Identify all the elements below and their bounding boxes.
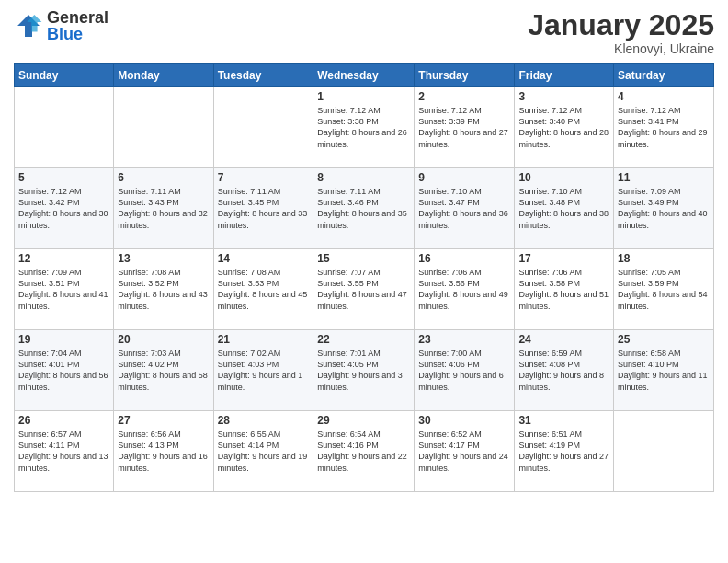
day-number: 28 (218, 414, 310, 427)
day-cell: 18Sunrise: 7:05 AM Sunset: 3:59 PM Dayli… (614, 249, 714, 330)
day-cell: 29Sunrise: 6:54 AM Sunset: 4:16 PM Dayli… (313, 411, 415, 492)
month-title: January 2025 (528, 9, 714, 41)
logo-blue: Blue (47, 26, 108, 42)
day-info: Sunrise: 7:12 AM Sunset: 3:39 PM Dayligh… (418, 105, 510, 150)
location: Klenovyi, Ukraine (528, 41, 714, 56)
day-number: 5 (18, 171, 109, 184)
day-number: 19 (18, 333, 109, 346)
day-cell: 19Sunrise: 7:04 AM Sunset: 4:01 PM Dayli… (15, 330, 114, 411)
day-number: 4 (618, 90, 710, 103)
day-cell: 13Sunrise: 7:08 AM Sunset: 3:52 PM Dayli… (114, 249, 213, 330)
day-info: Sunrise: 7:06 AM Sunset: 3:58 PM Dayligh… (518, 267, 609, 312)
day-cell: 11Sunrise: 7:09 AM Sunset: 3:49 PM Dayli… (614, 168, 714, 249)
day-number: 29 (317, 414, 410, 427)
day-number: 23 (418, 333, 510, 346)
day-cell: 20Sunrise: 7:03 AM Sunset: 4:02 PM Dayli… (114, 330, 213, 411)
col-wednesday: Wednesday (313, 64, 415, 87)
day-cell: 14Sunrise: 7:08 AM Sunset: 3:53 PM Dayli… (213, 249, 313, 330)
day-info: Sunrise: 7:12 AM Sunset: 3:41 PM Dayligh… (618, 105, 710, 150)
day-number: 15 (317, 252, 410, 265)
day-info: Sunrise: 7:11 AM Sunset: 3:45 PM Dayligh… (218, 186, 310, 231)
day-cell: 8Sunrise: 7:11 AM Sunset: 3:46 PM Daylig… (313, 168, 415, 249)
day-cell: 25Sunrise: 6:58 AM Sunset: 4:10 PM Dayli… (614, 330, 714, 411)
calendar: Sunday Monday Tuesday Wednesday Thursday… (14, 63, 714, 492)
day-cell: 12Sunrise: 7:09 AM Sunset: 3:51 PM Dayli… (15, 249, 114, 330)
day-info: Sunrise: 6:51 AM Sunset: 4:19 PM Dayligh… (518, 429, 609, 474)
day-number: 11 (618, 171, 710, 184)
day-number: 17 (518, 252, 609, 265)
day-number: 18 (618, 252, 710, 265)
day-cell (114, 87, 213, 168)
day-info: Sunrise: 7:09 AM Sunset: 3:49 PM Dayligh… (618, 186, 710, 231)
day-cell (213, 87, 313, 168)
day-cell: 15Sunrise: 7:07 AM Sunset: 3:55 PM Dayli… (313, 249, 415, 330)
day-number: 2 (418, 90, 510, 103)
day-info: Sunrise: 7:11 AM Sunset: 3:46 PM Dayligh… (317, 186, 410, 231)
day-cell (15, 87, 114, 168)
day-number: 26 (18, 414, 109, 427)
day-number: 27 (118, 414, 209, 427)
col-thursday: Thursday (415, 64, 515, 87)
day-number: 1 (317, 90, 410, 103)
day-info: Sunrise: 7:01 AM Sunset: 4:05 PM Dayligh… (317, 348, 410, 393)
day-info: Sunrise: 6:56 AM Sunset: 4:13 PM Dayligh… (118, 429, 209, 474)
day-cell: 22Sunrise: 7:01 AM Sunset: 4:05 PM Dayli… (313, 330, 415, 411)
day-cell: 24Sunrise: 6:59 AM Sunset: 4:08 PM Dayli… (515, 330, 614, 411)
col-friday: Friday (515, 64, 614, 87)
day-info: Sunrise: 7:03 AM Sunset: 4:02 PM Dayligh… (118, 348, 209, 393)
day-info: Sunrise: 7:09 AM Sunset: 3:51 PM Dayligh… (18, 267, 109, 312)
day-cell: 21Sunrise: 7:02 AM Sunset: 4:03 PM Dayli… (213, 330, 313, 411)
logo-general: General (47, 9, 108, 26)
day-number: 30 (418, 414, 510, 427)
day-number: 13 (118, 252, 209, 265)
day-cell: 17Sunrise: 7:06 AM Sunset: 3:58 PM Dayli… (515, 249, 614, 330)
day-number: 20 (118, 333, 209, 346)
day-cell: 2Sunrise: 7:12 AM Sunset: 3:39 PM Daylig… (415, 87, 515, 168)
day-cell: 26Sunrise: 6:57 AM Sunset: 4:11 PM Dayli… (15, 411, 114, 492)
day-cell: 10Sunrise: 7:10 AM Sunset: 3:48 PM Dayli… (515, 168, 614, 249)
day-number: 25 (618, 333, 710, 346)
header-row: Sunday Monday Tuesday Wednesday Thursday… (15, 64, 714, 87)
week-row-4: 19Sunrise: 7:04 AM Sunset: 4:01 PM Dayli… (15, 330, 714, 411)
day-info: Sunrise: 6:59 AM Sunset: 4:08 PM Dayligh… (518, 348, 609, 393)
logo: General Blue (14, 9, 108, 42)
day-number: 6 (118, 171, 209, 184)
header: General Blue January 2025 Klenovyi, Ukra… (14, 9, 714, 56)
day-info: Sunrise: 6:57 AM Sunset: 4:11 PM Dayligh… (18, 429, 109, 474)
week-row-5: 26Sunrise: 6:57 AM Sunset: 4:11 PM Dayli… (15, 411, 714, 492)
day-cell: 16Sunrise: 7:06 AM Sunset: 3:56 PM Dayli… (415, 249, 515, 330)
day-cell: 4Sunrise: 7:12 AM Sunset: 3:41 PM Daylig… (614, 87, 714, 168)
day-info: Sunrise: 6:55 AM Sunset: 4:14 PM Dayligh… (218, 429, 310, 474)
logo-text: General Blue (47, 9, 108, 42)
day-number: 7 (218, 171, 310, 184)
day-number: 10 (518, 171, 609, 184)
day-number: 31 (518, 414, 609, 427)
day-cell: 31Sunrise: 6:51 AM Sunset: 4:19 PM Dayli… (515, 411, 614, 492)
logo-icon (14, 11, 43, 40)
day-info: Sunrise: 7:06 AM Sunset: 3:56 PM Dayligh… (418, 267, 510, 312)
week-row-2: 5Sunrise: 7:12 AM Sunset: 3:42 PM Daylig… (15, 168, 714, 249)
day-info: Sunrise: 7:04 AM Sunset: 4:01 PM Dayligh… (18, 348, 109, 393)
day-number: 8 (317, 171, 410, 184)
day-number: 14 (218, 252, 310, 265)
day-info: Sunrise: 6:54 AM Sunset: 4:16 PM Dayligh… (317, 429, 410, 474)
day-number: 22 (317, 333, 410, 346)
col-monday: Monday (114, 64, 213, 87)
day-info: Sunrise: 7:05 AM Sunset: 3:59 PM Dayligh… (618, 267, 710, 312)
week-row-1: 1Sunrise: 7:12 AM Sunset: 3:38 PM Daylig… (15, 87, 714, 168)
day-number: 12 (18, 252, 109, 265)
day-info: Sunrise: 6:58 AM Sunset: 4:10 PM Dayligh… (618, 348, 710, 393)
day-cell: 23Sunrise: 7:00 AM Sunset: 4:06 PM Dayli… (415, 330, 515, 411)
day-info: Sunrise: 7:10 AM Sunset: 3:48 PM Dayligh… (518, 186, 609, 231)
day-cell (614, 411, 714, 492)
title-block: January 2025 Klenovyi, Ukraine (528, 9, 714, 56)
page: General Blue January 2025 Klenovyi, Ukra… (0, 0, 728, 563)
day-cell: 28Sunrise: 6:55 AM Sunset: 4:14 PM Dayli… (213, 411, 313, 492)
day-info: Sunrise: 7:10 AM Sunset: 3:47 PM Dayligh… (418, 186, 510, 231)
day-cell: 3Sunrise: 7:12 AM Sunset: 3:40 PM Daylig… (515, 87, 614, 168)
day-info: Sunrise: 7:00 AM Sunset: 4:06 PM Dayligh… (418, 348, 510, 393)
day-cell: 6Sunrise: 7:11 AM Sunset: 3:43 PM Daylig… (114, 168, 213, 249)
day-info: Sunrise: 7:02 AM Sunset: 4:03 PM Dayligh… (218, 348, 310, 393)
day-cell: 9Sunrise: 7:10 AM Sunset: 3:47 PM Daylig… (415, 168, 515, 249)
week-row-3: 12Sunrise: 7:09 AM Sunset: 3:51 PM Dayli… (15, 249, 714, 330)
